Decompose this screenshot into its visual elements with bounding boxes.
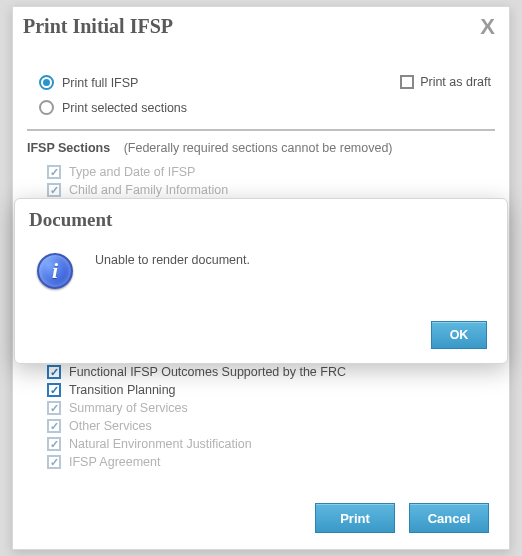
sections-header-row: IFSP Sections (Federally required sectio… — [27, 141, 495, 155]
section-item: ✓ Other Services — [47, 419, 495, 433]
dialog-title: Print Initial IFSP — [23, 15, 173, 38]
checkbox-label: Print as draft — [420, 75, 491, 89]
section-item: ✓ Type and Date of IFSP — [47, 165, 495, 179]
cancel-button[interactable]: Cancel — [409, 503, 489, 533]
radio-print-selected[interactable]: Print selected sections — [39, 100, 187, 115]
dialog-titlebar: Print Initial IFSP X — [13, 7, 509, 53]
checkbox-icon: ✓ — [47, 165, 61, 179]
section-item[interactable]: ✓ Functional IFSP Outcomes Supported by … — [47, 365, 495, 379]
section-label: Type and Date of IFSP — [69, 165, 195, 179]
checkbox-icon: ✓ — [47, 365, 61, 379]
document-error-modal: Document i Unable to render document. OK — [14, 198, 508, 364]
checkbox-icon: ✓ — [47, 419, 61, 433]
sections-header: IFSP Sections — [27, 141, 110, 155]
print-button[interactable]: Print — [315, 503, 395, 533]
info-icon: i — [37, 253, 73, 289]
sections-note: (Federally required sections cannot be r… — [124, 141, 393, 155]
section-label: Other Services — [69, 419, 152, 433]
checkbox-icon: ✓ — [47, 183, 61, 197]
checkbox-icon — [400, 75, 414, 89]
section-label: Transition Planning — [69, 383, 176, 397]
section-item: ✓ Summary of Services — [47, 401, 495, 415]
radio-icon — [39, 100, 54, 115]
section-label: Child and Family Information — [69, 183, 228, 197]
checkbox-print-as-draft[interactable]: Print as draft — [400, 75, 491, 89]
section-item: ✓ IFSP Agreement — [47, 455, 495, 469]
radio-print-full[interactable]: Print full IFSP — [39, 75, 187, 90]
dialog-button-row: Print Cancel — [315, 503, 489, 533]
radio-label: Print selected sections — [62, 101, 187, 115]
divider — [27, 129, 495, 131]
close-icon[interactable]: X — [480, 16, 495, 38]
section-label: IFSP Agreement — [69, 455, 161, 469]
section-item[interactable]: ✓ Transition Planning — [47, 383, 495, 397]
section-item: ✓ Natural Environment Justification — [47, 437, 495, 451]
modal-title: Document — [15, 199, 507, 239]
checkbox-icon: ✓ — [47, 455, 61, 469]
section-item: ✓ Child and Family Information — [47, 183, 495, 197]
radio-label: Print full IFSP — [62, 76, 138, 90]
checkbox-icon: ✓ — [47, 383, 61, 397]
modal-message: Unable to render document. — [95, 253, 250, 267]
ok-button[interactable]: OK — [431, 321, 487, 349]
checkbox-icon: ✓ — [47, 437, 61, 451]
checkbox-icon: ✓ — [47, 401, 61, 415]
section-label: Functional IFSP Outcomes Supported by th… — [69, 365, 346, 379]
section-label: Natural Environment Justification — [69, 437, 252, 451]
section-label: Summary of Services — [69, 401, 188, 415]
radio-icon — [39, 75, 54, 90]
